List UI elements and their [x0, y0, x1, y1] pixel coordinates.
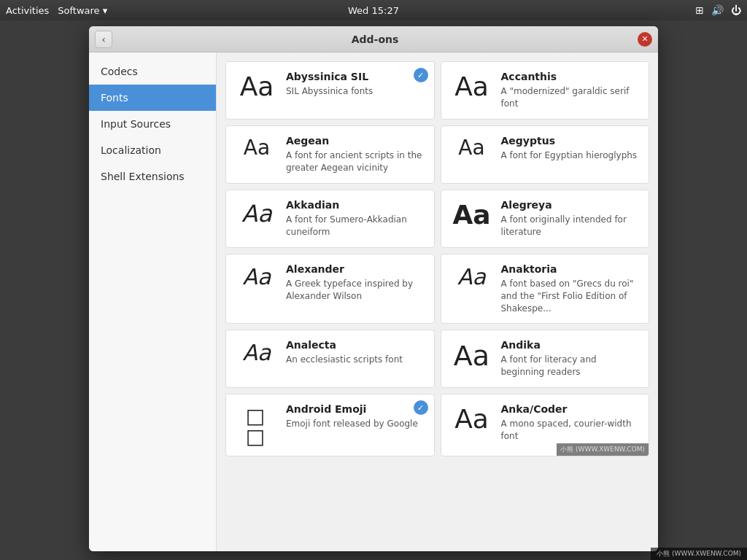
font-info-android-emoji: Android Emoji Emoji font released by Goo…	[286, 403, 425, 430]
sidebar: Codecs Fonts Input Sources Localization …	[89, 52, 217, 551]
font-info-akkadian: Akkadian A font for Sumero-Akkadian cune…	[286, 199, 425, 238]
font-name-alexander: Alexander	[286, 263, 425, 275]
window-title: Add-ons	[352, 34, 399, 45]
topbar-right: ⊞ 🔊 ⏻	[695, 4, 741, 16]
font-preview-anka-coder: Aa	[450, 406, 494, 432]
font-name-accanthis: Accanthis	[501, 71, 640, 82]
sidebar-item-input-sources[interactable]: Input Sources	[89, 111, 216, 137]
font-info-aegean: Aegean A font for ancient scripts in the…	[286, 135, 425, 174]
sidebar-item-codecs[interactable]: Codecs	[89, 58, 216, 85]
font-desc-accanthis: A "modernized" garaldic serif font	[501, 85, 640, 110]
font-preview-abyssinica: Aa	[235, 74, 279, 100]
font-name-android-emoji: Android Emoji	[286, 403, 425, 415]
activities-button[interactable]: Activities	[6, 5, 49, 16]
font-card-alexander[interactable]: Aa Alexander A Greek typeface inspired b…	[225, 254, 435, 324]
font-info-anaktoria: Anaktoria A font based on "Grecs du roi"…	[501, 263, 640, 314]
font-grid: Aa Abyssinica SIL SIL Abyssinica fonts ✓…	[225, 61, 649, 456]
font-card-analecta[interactable]: Aa Analecta An ecclesiastic scripts font	[225, 330, 435, 388]
font-preview-aegyptus: Aa	[450, 138, 494, 158]
font-desc-andika: A font for literacy and beginning reader…	[501, 354, 640, 378]
font-card-abyssinica[interactable]: Aa Abyssinica SIL SIL Abyssinica fonts ✓	[225, 61, 435, 120]
software-label: Software	[58, 5, 99, 16]
font-preview-alegreya: Aa	[450, 202, 494, 228]
font-info-analecta: Analecta An ecclesiastic scripts font	[286, 339, 425, 366]
font-card-andika[interactable]: Aa Andika A font for literacy and beginn…	[441, 330, 650, 388]
font-preview-andika: Aa	[450, 342, 494, 370]
font-name-alegreya: Alegreya	[501, 199, 640, 211]
font-desc-akkadian: A font for Sumero-Akkadian cuneiform	[286, 214, 425, 238]
topbar-left: Activities Software ▾	[6, 5, 107, 16]
addons-window: ‹ Add-ons ✕ Codecs Fonts Input Sources L…	[89, 26, 658, 551]
sidebar-item-fonts[interactable]: Fonts	[89, 85, 216, 111]
main-content: Aa Abyssinica SIL SIL Abyssinica fonts ✓…	[217, 52, 658, 551]
volume-icon: 🔊	[711, 4, 724, 16]
sidebar-item-shell-extensions[interactable]: Shell Extensions	[89, 163, 216, 190]
font-info-andika: Andika A font for literacy and beginning…	[501, 339, 640, 378]
font-info-abyssinica: Abyssinica SIL SIL Abyssinica fonts	[286, 71, 425, 98]
font-card-alegreya[interactable]: Aa Alegreya A font originally intended f…	[441, 190, 650, 248]
font-preview-anaktoria: Aa	[450, 266, 494, 288]
font-card-anka-coder[interactable]: Aa Anka/Coder A mono spaced, courier-wid…	[441, 394, 650, 456]
font-desc-anaktoria: A font based on "Grecs du roi" and the "…	[501, 278, 640, 314]
window-body: Codecs Fonts Input Sources Localization …	[89, 52, 658, 551]
font-preview-android-emoji: □ □	[235, 406, 279, 447]
font-desc-analecta: An ecclesiastic scripts font	[286, 354, 425, 366]
font-name-abyssinica: Abyssinica SIL	[286, 71, 425, 82]
back-button[interactable]: ‹	[95, 31, 112, 48]
font-desc-abyssinica: SIL Abyssinica fonts	[286, 85, 425, 98]
font-card-aegyptus[interactable]: Aa Aegyptus A font for Egyptian hierogly…	[441, 125, 650, 184]
installed-badge-android-emoji: ✓	[414, 400, 428, 415]
font-preview-aegean: Aa	[235, 138, 279, 158]
font-name-akkadian: Akkadian	[286, 199, 425, 211]
font-name-aegyptus: Aegyptus	[501, 135, 640, 147]
font-name-andika: Andika	[501, 339, 640, 351]
font-name-anka-coder: Anka/Coder	[501, 403, 640, 415]
font-preview-akkadian: Aa	[235, 202, 279, 225]
titlebar: ‹ Add-ons ✕	[89, 26, 658, 52]
software-arrow: ▾	[103, 5, 108, 16]
font-desc-alexander: A Greek typeface inspired by Alexander W…	[286, 278, 425, 303]
font-info-alegreya: Alegreya A font originally intended for …	[501, 199, 640, 238]
font-desc-alegreya: A font originally intended for literatur…	[501, 214, 640, 238]
network-icon: ⊞	[695, 4, 704, 16]
font-desc-aegyptus: A font for Egyptian hieroglyphs	[501, 149, 640, 162]
font-desc-aegean: A font for ancient scripts in the greate…	[286, 149, 425, 174]
font-info-aegyptus: Aegyptus A font for Egyptian hieroglyphs	[501, 135, 640, 162]
font-info-accanthis: Accanthis A "modernized" garaldic serif …	[501, 71, 640, 110]
watermark: 小熊 (WWW.XWENW.COM)	[557, 443, 649, 456]
font-preview-analecta: Aa	[235, 342, 279, 364]
font-card-accanthis[interactable]: Aa Accanthis A "modernized" garaldic ser…	[441, 61, 650, 120]
font-card-anaktoria[interactable]: Aa Anaktoria A font based on "Grecs du r…	[441, 254, 650, 324]
font-preview-accanthis: Aa	[450, 74, 494, 100]
font-card-android-emoji[interactable]: □ □ Android Emoji Emoji font released by…	[225, 394, 435, 456]
font-card-aegean[interactable]: Aa Aegean A font for ancient scripts in …	[225, 125, 435, 184]
font-info-anka-coder: Anka/Coder A mono spaced, courier-width …	[501, 403, 640, 443]
font-name-anaktoria: Anaktoria	[501, 263, 640, 275]
font-desc-anka-coder: A mono spaced, courier-width font	[501, 418, 640, 443]
installed-badge-abyssinica: ✓	[414, 68, 428, 82]
font-desc-android-emoji: Emoji font released by Google	[286, 418, 425, 430]
close-button[interactable]: ✕	[638, 32, 652, 47]
software-menu[interactable]: Software ▾	[58, 5, 107, 16]
power-icon: ⏻	[731, 4, 741, 16]
topbar-clock: Wed 15:27	[348, 5, 399, 16]
font-info-alexander: Alexander A Greek typeface inspired by A…	[286, 263, 425, 303]
sidebar-item-localization[interactable]: Localization	[89, 137, 216, 163]
font-name-aegean: Aegean	[286, 135, 425, 147]
font-card-akkadian[interactable]: Aa Akkadian A font for Sumero-Akkadian c…	[225, 190, 435, 248]
topbar: Activities Software ▾ Wed 15:27 ⊞ 🔊 ⏻	[0, 0, 747, 20]
font-name-analecta: Analecta	[286, 339, 425, 351]
page-watermark: 小熊 (WWW.XWENW.COM)	[651, 548, 747, 560]
font-preview-alexander: Aa	[235, 266, 279, 288]
